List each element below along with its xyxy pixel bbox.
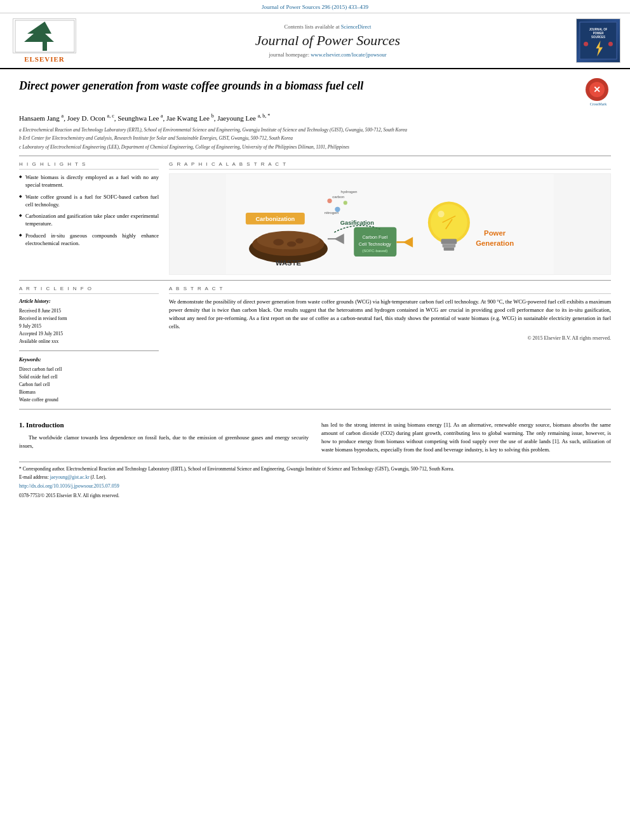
divider-history-kw [19,350,159,351]
elsevier-tree-box [13,18,76,53]
author-jae-kwang: Jae Kwang Lee b [166,114,214,122]
svg-text:✕: ✕ [593,84,601,95]
highlights-list: Waste biomass is directly employed as a … [19,173,159,248]
abstract-heading: A B S T R A C T [169,286,611,294]
highlights-column: H I G H L I G H T S Waste biomass is dir… [19,161,159,275]
article-info-heading: A R T I C L E I N F O [19,286,159,294]
highlight-item-1: Waste biomass is directly employed as a … [19,173,159,189]
sciencedirect-link[interactable]: ScienceDirect [341,23,372,30]
svg-rect-1 [43,42,47,51]
author-jaeyoung: Jaeyoung Lee a, b, * [217,114,270,122]
journal-title: Journal of Power Sources [89,32,566,49]
received-revised-label: Received in revised form [19,315,159,323]
divider-bottom [19,409,611,410]
received-date: Received 8 June 2015 [19,307,159,315]
keywords-block: Keywords: Direct carbon fuel cell Solid … [19,356,159,404]
article-abstract-section: A R T I C L E I N F O Article history: R… [19,286,611,404]
svg-point-44 [344,201,347,204]
svg-text:Power: Power [484,229,506,237]
introduction-section: 1. Introduction The worldwide clamor tow… [19,421,611,455]
crossmark-label: CrossMark [586,102,611,106]
svg-rect-37 [444,248,455,251]
homepage-line: journal homepage: www.elsevier.com/locat… [89,51,566,58]
corresponding-author-note: * Corresponding author. Electrochemical … [19,465,611,472]
email-link[interactable]: jaeyoung@gist.ac.kr [50,474,90,480]
svg-rect-36 [443,244,456,247]
journal-reference: Journal of Power Sources 296 (2015) 433–… [0,0,630,13]
intro-right-column: has led to the strong interest in using … [321,421,611,455]
journal-center-info: Contents lists available at ScienceDirec… [83,23,573,58]
svg-text:Carbon Fuel: Carbon Fuel [362,234,387,240]
keywords-title: Keywords: [19,356,159,364]
highlight-item-4: Produced in-situ gaseous compounds highl… [19,232,159,248]
intro-section-title: 1. Introduction [19,421,309,429]
available-date: Available online xxx [19,338,159,345]
svg-point-10 [608,42,613,46]
highlights-heading: H I G H L I G H T S [19,161,159,170]
highlights-graphical-section: H I G H L I G H T S Waste biomass is dir… [19,161,611,275]
affiliations-block: a Electrochemical Reaction and Technolog… [19,126,611,150]
elsevier-brand-text: ELSEVIER [24,55,65,63]
intro-paragraph-right: has led to the strong interest in using … [321,421,611,455]
history-title: Article history: [19,298,159,306]
keyword-3: Carbon fuel cell [19,381,159,389]
accepted-date: Accepted 19 July 2015 [19,330,159,338]
svg-text:(SOFC-based): (SOFC-based) [362,248,387,253]
svg-text:JOURNAL OF: JOURNAL OF [589,28,608,31]
graphical-abstract-svg: Carbonization Gasification Carbon Fuel C… [170,173,610,275]
keyword-4: Biomass [19,389,159,396]
graphical-abstract-heading: G R A P H I C A L A B S T R A C T [169,161,611,170]
keyword-2: Solid oxide fuel cell [19,373,159,381]
affiliation-b: b Ertl Center for Electrochemistry and C… [19,135,611,142]
divider-mid [19,280,611,281]
homepage-url[interactable]: www.elsevier.com/locate/jpowsour [311,51,386,58]
revised-date: 9 July 2015 [19,323,159,330]
paper-title: Direct power generation from waste coffe… [19,78,363,93]
intro-left-column: 1. Introduction The worldwide clamor tow… [19,421,309,455]
article-info-column: A R T I C L E I N F O Article history: R… [19,286,159,404]
keyword-5: Waste coffee ground [19,396,159,404]
author-seunghwa: Seunghwa Lee a [117,114,163,122]
svg-point-45 [327,199,332,203]
article-history-block: Article history: Received 8 June 2015 Re… [19,298,159,345]
svg-point-40 [438,211,444,217]
svg-text:POWER: POWER [593,32,604,35]
footnote-copyright: 0378-7753/© 2015 Elsevier B.V. All right… [19,492,611,499]
svg-text:Carbonization: Carbonization [255,216,295,222]
svg-text:Gasification: Gasification [340,219,374,225]
highlight-item-3: Carbonization and gasification take plac… [19,212,159,228]
crossmark-icon: ✕ [586,78,608,101]
svg-text:nitrogen: nitrogen [325,210,339,215]
email-footnote: E-mail address: jaeyoung@gist.ac.kr (J. … [19,474,611,481]
svg-point-9 [584,42,588,46]
crossmark-area: ✕ CrossMark [586,78,611,106]
svg-point-19 [273,239,284,245]
intro-paragraph-left: The worldwide clamor towards less depend… [19,434,309,450]
svg-point-18 [257,231,319,250]
svg-text:WASTE: WASTE [276,258,302,266]
svg-text:Generation: Generation [476,239,514,246]
journal-header: ELSEVIER Contents lists available at Sci… [0,13,630,69]
abstract-column: A B S T R A C T We demonstrate the possi… [169,286,611,404]
power-sources-logo: JOURNAL OF POWER SOURCES [576,18,620,63]
author-joey: Joey D. Ocon a, c [67,114,114,122]
doi-text[interactable]: http://dx.doi.org/10.1016/j.jpowsour.201… [19,483,119,489]
journal-logo-right: JOURNAL OF POWER SOURCES [573,18,624,63]
doi-link: http://dx.doi.org/10.1016/j.jpowsour.201… [19,483,611,490]
highlight-item-2: Waste coffee ground is a fuel for SOFC-b… [19,193,159,209]
svg-text:hydrogen: hydrogen [341,189,358,194]
elsevier-logo-area: ELSEVIER [6,18,83,63]
journal-logo-svg: JOURNAL OF POWER SOURCES [579,19,617,62]
contents-available-line: Contents lists available at ScienceDirec… [89,23,566,30]
authors-line: Hansaem Jang a, Joey D. Ocon a, c, Seung… [19,112,611,123]
paper-title-section: Direct power generation from waste coffe… [19,78,611,106]
svg-text:Cell Technology: Cell Technology [359,241,391,246]
keyword-1: Direct carbon fuel cell [19,366,159,373]
divider-top [19,156,611,156]
svg-point-21 [295,238,303,243]
affiliation-c: c Laboratory of Electrochemical Engineer… [19,143,611,150]
abstract-copyright: © 2015 Elsevier B.V. All rights reserved… [169,335,611,341]
svg-point-20 [287,241,296,246]
affiliation-a: a Electrochemical Reaction and Technolog… [19,126,611,133]
abstract-text: We demonstrate the possibility of direct… [169,298,611,331]
